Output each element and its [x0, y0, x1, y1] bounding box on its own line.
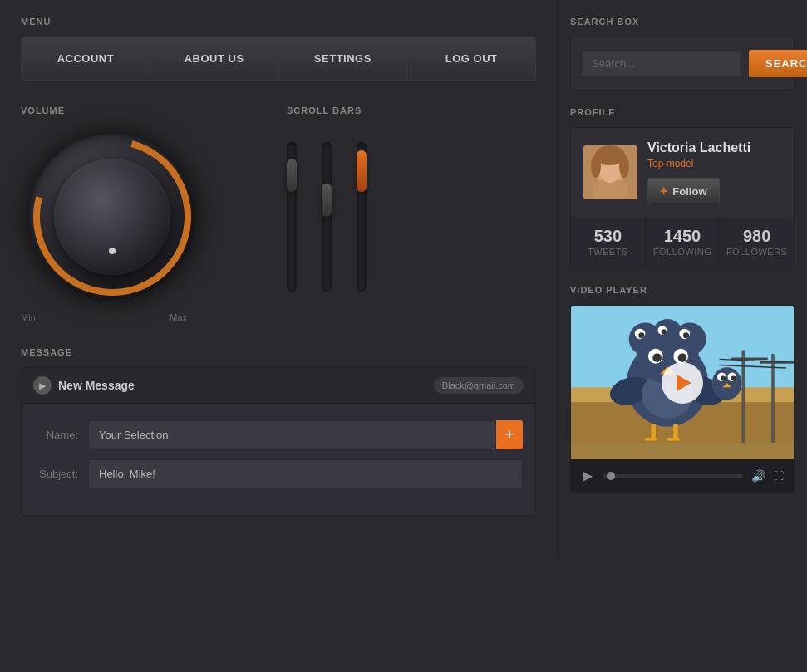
scrollbar-2[interactable]: [322, 142, 332, 292]
video-play-button[interactable]: [662, 362, 703, 404]
name-field-label: Name:: [34, 429, 88, 441]
progress-handle[interactable]: [607, 472, 615, 480]
svg-point-41: [721, 375, 726, 380]
nav-account[interactable]: ACCOUNT: [22, 37, 150, 80]
volume-knob-dot: [109, 248, 116, 254]
video-player: ▶ 🔊 ⛶: [570, 305, 795, 493]
volume-ctrl-icon[interactable]: 🔊: [751, 469, 765, 483]
volume-knob-labels: Min Max: [21, 312, 187, 322]
video-controls: ▶ 🔊 ⛶: [571, 459, 794, 492]
volume-section: VOLUME Min Max: [21, 105, 270, 322]
message-box: ▶ New Message Black@gmail.com Name: +: [21, 367, 536, 516]
message-header: ▶ New Message Black@gmail.com: [22, 368, 535, 404]
profile-card: Victoria Lachetti Top model + Follow 530…: [570, 127, 795, 268]
scrollbar-thumb-3-orange[interactable]: [357, 150, 367, 192]
followers-count: 980: [724, 227, 790, 246]
message-section: MESSAGE ▶ New Message Black@gmail.com Na…: [21, 347, 536, 516]
play-icon[interactable]: ▶: [33, 376, 52, 395]
avatar-image: [583, 145, 637, 199]
volume-knob-inner: [54, 159, 170, 275]
svg-rect-36: [673, 424, 677, 439]
profile-top: Victoria Lachetti Top model + Follow: [571, 128, 794, 217]
fullscreen-icon[interactable]: ⛶: [774, 470, 784, 482]
nav-settings[interactable]: SETTINGS: [279, 37, 408, 80]
svg-rect-35: [651, 424, 655, 439]
name-add-button[interactable]: +: [496, 420, 523, 449]
new-message-label: New Message: [58, 379, 135, 392]
main-nav: ACCOUNT ABOUT US SETTINGS LOG OUT: [21, 37, 536, 81]
subject-input[interactable]: [88, 459, 523, 488]
svg-point-43: [731, 375, 736, 380]
profile-name: Victoria Lachetti: [647, 140, 781, 155]
svg-point-5: [591, 155, 601, 178]
scrollbar-thumb-2[interactable]: [322, 184, 332, 217]
nav-logout[interactable]: LOG OUT: [407, 37, 535, 80]
profile-stats: 530 Tweets 1450 Following 980 Followers: [571, 217, 794, 267]
svg-point-26: [662, 329, 667, 334]
scrollbars-container: [287, 125, 536, 308]
play-triangle-icon: [677, 375, 691, 391]
video-progress-bar[interactable]: [603, 474, 743, 478]
follow-button[interactable]: + Follow: [647, 178, 720, 204]
scrollbar-1[interactable]: [287, 142, 297, 292]
tweets-label: Tweets: [588, 247, 628, 257]
plus-icon: +: [660, 184, 667, 199]
svg-point-29: [683, 332, 689, 338]
message-label: MESSAGE: [21, 347, 536, 357]
scroll-label: SCROLL BARS: [287, 105, 536, 115]
profile-section: PROFILE: [570, 107, 795, 268]
search-input[interactable]: [581, 50, 742, 77]
volume-knob-outer[interactable]: [29, 134, 195, 300]
new-message-row: ▶ New Message: [33, 376, 135, 395]
tweets-count: 530: [575, 227, 641, 246]
profile-label: PROFILE: [570, 107, 795, 117]
video-screen[interactable]: [571, 306, 794, 459]
name-input[interactable]: [88, 420, 496, 449]
volume-scroll-row: VOLUME Min Max SCROLL BARS: [21, 105, 536, 322]
video-label: VIDEO PLAYER: [570, 285, 795, 295]
svg-point-23: [638, 332, 644, 338]
search-label: SEARCH BOX: [570, 17, 795, 27]
menu-label: MENU: [21, 17, 536, 27]
profile-title: Top model: [647, 158, 781, 169]
menu-section: MENU ACCOUNT ABOUT US SETTINGS LOG OUT: [21, 17, 536, 81]
volume-knob-container: [21, 125, 204, 308]
volume-min-label: Min: [21, 312, 36, 322]
stat-followers: 980 Followers: [720, 217, 794, 267]
svg-rect-37: [645, 438, 657, 441]
name-field-row: Name: +: [34, 420, 523, 449]
volume-label: VOLUME: [21, 105, 270, 115]
stat-tweets: 530 Tweets: [571, 217, 646, 267]
following-count: 1450: [650, 227, 716, 246]
followers-label: Followers: [726, 247, 788, 257]
subject-field-label: Subject:: [34, 468, 88, 480]
name-field-with-btn: +: [88, 420, 523, 449]
svg-rect-10: [741, 351, 745, 444]
avatar: [583, 145, 637, 199]
scrollbar-3[interactable]: [357, 142, 367, 292]
volume-max-label: Max: [170, 312, 187, 322]
svg-point-33: [678, 353, 687, 362]
scroll-section: SCROLL BARS: [270, 105, 536, 322]
svg-point-31: [652, 353, 662, 362]
follow-label: Follow: [672, 185, 706, 198]
svg-point-6: [619, 155, 629, 178]
scrollbar-thumb-1[interactable]: [287, 159, 297, 192]
email-badge: Black@gmail.com: [434, 377, 524, 394]
video-play-ctrl[interactable]: ▶: [581, 466, 594, 485]
stat-following: 1450 Following: [646, 217, 721, 267]
search-section: SEARCH BOX SEARCH: [570, 17, 795, 91]
message-body: Name: + Subject:: [22, 404, 535, 515]
subject-field-row: Subject:: [34, 459, 523, 488]
video-section: VIDEO PLAYER: [570, 285, 795, 493]
svg-rect-38: [667, 438, 679, 441]
search-button[interactable]: SEARCH: [749, 50, 807, 77]
profile-info: Victoria Lachetti Top model + Follow: [647, 140, 781, 204]
nav-about[interactable]: ABOUT US: [150, 37, 279, 80]
search-row: SEARCH: [570, 37, 795, 91]
following-label: Following: [653, 247, 712, 257]
